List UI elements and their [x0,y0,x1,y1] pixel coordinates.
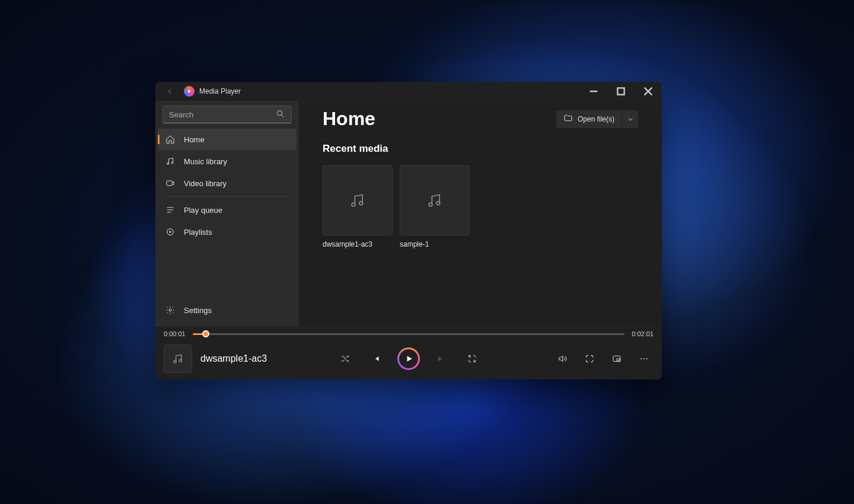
sidebar-item-label: Playlists [184,228,212,237]
more-button[interactable] [635,349,654,368]
player-bar: 0:00:01 0:02:01 dwsample1-ac3 [155,326,662,379]
play-button[interactable] [397,347,420,370]
sidebar-item-video-library[interactable]: Video library [158,173,297,194]
svg-point-16 [640,358,642,359]
svg-point-8 [352,203,355,206]
svg-point-6 [170,231,171,233]
media-label: dwsample1-ac3 [323,240,393,248]
minimize-button[interactable] [580,82,607,101]
shuffle-button[interactable] [336,349,355,368]
queue-icon [165,205,176,215]
svg-point-3 [171,162,173,164]
svg-point-2 [167,163,169,165]
svg-rect-0 [617,88,624,94]
section-title: Recent media [323,143,638,155]
maximize-button[interactable] [607,82,635,101]
sidebar-item-label: Music library [184,157,227,166]
svg-point-1 [278,110,282,115]
open-file-button-group: Open file(s) [556,110,638,128]
previous-button[interactable] [367,349,385,368]
svg-point-13 [179,359,181,362]
svg-point-12 [174,360,176,362]
volume-button[interactable] [553,349,572,368]
seek-slider[interactable] [193,333,625,335]
sidebar-item-label: Settings [184,306,212,315]
svg-point-18 [646,358,648,359]
svg-point-7 [169,309,171,311]
svg-point-9 [359,202,363,205]
main-content: Home Open file(s) Recent media [299,101,662,326]
app-title: Media Player [199,87,241,95]
svg-point-11 [436,202,440,205]
playlists-icon [165,227,176,237]
open-file-label: Open file(s) [578,115,614,123]
repeat-button[interactable] [463,349,482,368]
media-thumb [323,165,393,235]
folder-icon [563,113,573,125]
svg-rect-4 [167,181,172,186]
app-logo-icon [184,86,195,97]
close-button[interactable] [635,82,662,101]
sidebar-item-label: Video library [184,179,227,188]
svg-point-10 [429,203,432,206]
sidebar-item-playlists[interactable]: Playlists [158,221,297,243]
next-button[interactable] [432,349,451,368]
sidebar-item-play-queue[interactable]: Play queue [158,199,297,221]
total-time: 0:02:01 [632,330,654,337]
home-icon [165,134,176,145]
music-library-icon [165,156,176,167]
recent-media-item[interactable]: dwsample1-ac3 [323,165,393,248]
media-player-window: Media Player [155,82,662,379]
search-icon[interactable] [276,109,285,120]
sidebar-item-home[interactable]: Home [158,129,297,150]
svg-point-17 [643,358,645,359]
sidebar-item-label: Home [184,135,205,144]
current-time: 0:00:01 [164,330,186,337]
sidebar-item-music-library[interactable]: Music library [158,151,297,172]
search-input[interactable] [169,110,276,119]
page-title: Home [323,108,375,130]
gear-icon [165,305,176,315]
search-box[interactable] [162,106,292,123]
svg-rect-15 [617,359,620,361]
divider [165,196,289,197]
media-thumb [400,165,470,235]
open-file-button[interactable]: Open file(s) [556,110,622,128]
now-playing-thumb[interactable] [164,344,192,373]
recent-media-item[interactable]: sample-1 [400,165,470,248]
sidebar: Home Music library Video library [155,101,299,326]
back-button[interactable] [160,82,179,101]
now-playing-title: dwsample1-ac3 [200,353,267,364]
mini-player-button[interactable] [607,349,626,368]
svg-point-5 [167,229,174,235]
sidebar-item-label: Play queue [184,206,222,215]
media-label: sample-1 [400,240,470,248]
open-file-dropdown[interactable] [622,110,638,128]
video-library-icon [165,178,176,189]
fullscreen-button[interactable] [580,349,599,368]
titlebar[interactable]: Media Player [155,82,662,101]
sidebar-item-settings[interactable]: Settings [158,299,297,321]
